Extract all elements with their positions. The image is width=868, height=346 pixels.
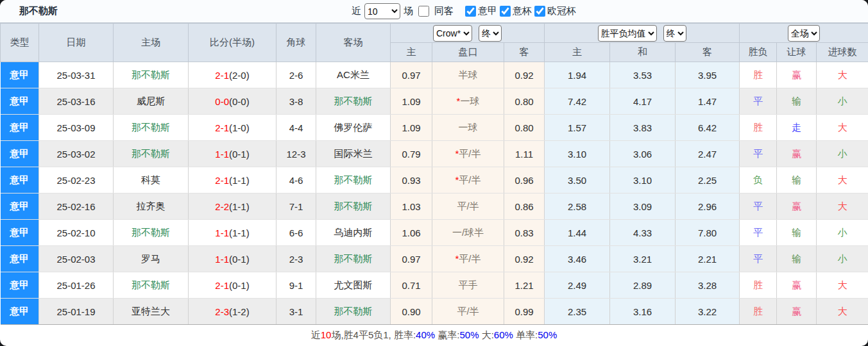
cell-date: 25-02-03: [39, 246, 114, 272]
cell-avg-home: 3.50: [545, 167, 610, 194]
league-ucl-checkbox[interactable]: [534, 6, 545, 17]
cell-away-odds: 0.99: [504, 299, 545, 325]
cell-home-team: 威尼斯: [114, 88, 189, 115]
bookmaker-time-select[interactable]: 终: [479, 25, 502, 42]
cell-league: 意甲: [1, 220, 39, 246]
cell-avg-away: 7.80: [676, 220, 740, 246]
avg-time-select[interactable]: 终: [663, 25, 686, 42]
cell-corners: 3-8: [277, 88, 316, 115]
cell-date: 25-01-19: [39, 299, 114, 325]
same-away-checkbox[interactable]: [418, 6, 429, 17]
cell-home-team: 罗马: [114, 246, 189, 272]
cell-away-odds: 0.92: [504, 246, 545, 272]
cell-avg-draw: 3.83: [610, 115, 676, 141]
header-row-top: 类型 日期 主场 比分(半场) 角球 客场 Crow* 终: [1, 24, 868, 43]
fulltime-score: 1-1: [215, 149, 229, 160]
cell-avg-away: 2.25: [676, 167, 740, 194]
cell-avg-away: 3.95: [676, 62, 740, 88]
subcol-avg-away: 客: [676, 43, 740, 62]
cell-score: 2-3(1-2): [189, 299, 277, 325]
cell-avg-home: 2.58: [545, 194, 610, 220]
league-coppa-italia-label: 意杯: [513, 5, 532, 17]
cell-away-odds: 0.80: [504, 88, 545, 115]
cell-league: 意甲: [1, 115, 39, 141]
cell-away-team: 那不勒斯: [316, 246, 391, 272]
cell-goals: 大: [817, 272, 868, 299]
cell-goals: 大: [817, 62, 868, 88]
cell-score: 1-1(0-1): [189, 246, 277, 272]
col-header-date: 日期: [39, 24, 114, 62]
cell-league: 意甲: [1, 272, 39, 299]
cell-avg-home: 7.42: [545, 88, 610, 115]
cell-away-odds: 0.86: [504, 194, 545, 220]
cell-home-team: 那不勒斯: [114, 141, 189, 167]
cell-avg-away: 2.96: [676, 194, 740, 220]
cell-home-odds: 0.79: [391, 141, 432, 167]
cell-score: 1-1(0-1): [189, 141, 277, 167]
table-row: 意甲25-03-31那不勒斯2-1(2-0)2-6AC米兰0.97半球0.921…: [1, 62, 868, 88]
cell-avg-draw: 3.10: [610, 167, 676, 194]
subcol-avg-home: 主: [545, 43, 610, 62]
cell-goals: 小: [817, 246, 868, 272]
cell-avg-draw: 4.17: [610, 88, 676, 115]
scope-select[interactable]: 全场: [788, 25, 820, 42]
col-header-away: 客场: [316, 24, 391, 62]
table-row: 意甲25-02-10那不勒斯1-1(1-1)6-6乌迪内斯1.06一/球半0.8…: [1, 220, 868, 246]
cell-avg-draw: 3.09: [610, 194, 676, 220]
avg-odds-select[interactable]: 胜平负均值: [598, 25, 657, 42]
cell-handicap: 平/半: [432, 194, 504, 220]
fulltime-score: 2-1: [215, 175, 229, 186]
cell-avg-home: 2.35: [545, 299, 610, 325]
cell-home-odds: 1.06: [391, 220, 432, 246]
cell-result: 平: [740, 141, 777, 167]
cell-away-team: 那不勒斯: [316, 167, 391, 194]
bookmaker-select[interactable]: Crow*: [433, 25, 472, 42]
cell-away-team: 国际米兰: [316, 141, 391, 167]
cell-avg-away: 2.21: [676, 246, 740, 272]
cell-league: 意甲: [1, 167, 39, 194]
cell-date: 25-02-16: [39, 194, 114, 220]
cell-corners: 2-3: [277, 246, 316, 272]
summary-part: 50%: [538, 329, 557, 340]
cell-handicap-result: 输: [777, 88, 817, 115]
cell-handicap: *平/半: [432, 167, 504, 194]
cell-avg-draw: 3.21: [610, 246, 676, 272]
halftime-score: (2-0): [229, 70, 250, 81]
cell-result: 胜: [740, 62, 777, 88]
cell-avg-home: 2.49: [545, 272, 610, 299]
cell-handicap: *平/半: [432, 246, 504, 272]
cell-home-odds: 0.71: [391, 272, 432, 299]
cell-league: 意甲: [1, 62, 39, 88]
cell-handicap-result: 输: [777, 167, 817, 194]
league-serie-a-checkbox[interactable]: [465, 6, 476, 17]
cell-handicap: *一球: [432, 88, 504, 115]
cell-away-odds: 1.11: [504, 141, 545, 167]
table-row: 意甲25-03-09那不勒斯2-1(1-0)4-4佛罗伦萨1.09一球0.801…: [1, 115, 868, 141]
cell-avg-home: 1.57: [545, 115, 610, 141]
match-history-panel: 那不勒斯 近 10 场 同客 意甲 意杯 欧冠杯: [0, 0, 868, 346]
summary-part: 60%: [494, 329, 513, 340]
cell-result: 平: [740, 194, 777, 220]
summary-part: 40%: [416, 329, 435, 340]
cell-handicap: 平手: [432, 272, 504, 299]
cell-home-team: 那不勒斯: [114, 220, 189, 246]
recent-count-select[interactable]: 10: [364, 3, 400, 19]
subcol-goals: 进球数: [817, 43, 868, 62]
cell-result: 平: [740, 88, 777, 115]
cell-date: 25-03-02: [39, 141, 114, 167]
fulltime-score: 0-0: [215, 96, 229, 107]
fulltime-score: 1-1: [215, 254, 229, 265]
league-filter-group: 意甲 意杯 欧冠杯: [463, 5, 577, 17]
halftime-score: (1-1): [229, 227, 250, 238]
cell-goals: 小: [817, 220, 868, 246]
cell-avg-away: 3.22: [676, 299, 740, 325]
cell-away-team: 那不勒斯: [316, 194, 391, 220]
cell-league: 意甲: [1, 246, 39, 272]
table-row: 意甲25-02-23科莫2-1(1-1)4-6那不勒斯0.93*平/半0.963…: [1, 167, 868, 194]
league-coppa-italia-checkbox[interactable]: [500, 6, 511, 17]
matches-label: 场: [404, 5, 413, 17]
cell-home-odds: 0.90: [391, 299, 432, 325]
halftime-score: (0-1): [229, 280, 250, 291]
cell-home-odds: 0.97: [391, 246, 432, 272]
cell-away-team: 那不勒斯: [316, 299, 391, 325]
